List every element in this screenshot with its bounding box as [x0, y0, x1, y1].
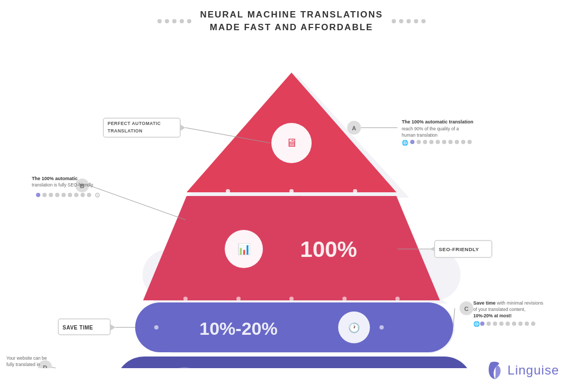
svg-point-46 — [61, 193, 66, 197]
svg-point-107 — [379, 325, 384, 329]
svg-text:TRANSLATION: TRANSLATION — [108, 128, 143, 133]
svg-point-70 — [493, 322, 497, 326]
header-dots-right — [392, 19, 426, 23]
svg-point-103 — [289, 297, 294, 301]
svg-line-79 — [52, 367, 116, 368]
svg-point-72 — [506, 322, 510, 326]
svg-point-33 — [448, 140, 453, 144]
level2-trapezoid — [143, 196, 440, 300]
svg-point-43 — [42, 193, 47, 197]
svg-point-50 — [87, 193, 91, 197]
svg-text:The 100% automatic: The 100% automatic — [32, 176, 78, 181]
svg-point-34 — [455, 140, 459, 144]
svg-text:translation is fully SEO-frien: translation is fully SEO-friendly — [32, 182, 93, 188]
svg-point-32 — [442, 140, 446, 144]
svg-point-31 — [436, 140, 440, 144]
linguise-brand-name: Linguise — [508, 363, 559, 378]
svg-point-71 — [499, 322, 504, 326]
svg-text:⚙: ⚙ — [94, 191, 101, 199]
svg-text:10%-20% at most!: 10%-20% at most! — [473, 313, 511, 318]
svg-text:🌐: 🌐 — [402, 139, 409, 146]
svg-text:PERFECT AUTOMATIC: PERFECT AUTOMATIC — [108, 121, 161, 126]
pyramid-svg: 🖥 📊 100% 🕐 10%-20% 🌐 80 Language in 15mi… — [0, 29, 583, 368]
header-dots-left — [157, 19, 191, 23]
svg-text:100%: 100% — [300, 237, 357, 262]
svg-text:📊: 📊 — [237, 243, 251, 255]
level3-bar — [135, 302, 453, 352]
svg-point-49 — [81, 193, 85, 197]
svg-text:A: A — [352, 125, 356, 131]
svg-text:🕐: 🕐 — [348, 322, 360, 334]
svg-text:fully translated in: fully translated in — [6, 362, 40, 367]
svg-text:human translation: human translation — [402, 132, 438, 138]
svg-point-75 — [525, 322, 529, 326]
svg-point-42 — [36, 193, 40, 197]
svg-point-98 — [226, 189, 230, 193]
svg-text:SAVE TIME: SAVE TIME — [63, 325, 93, 331]
svg-point-101 — [183, 297, 188, 301]
svg-text:The 100% automatic translation: The 100% automatic translation — [402, 119, 473, 124]
svg-point-48 — [74, 193, 78, 197]
svg-text:SEO-FRIENDLY: SEO-FRIENDLY — [439, 246, 479, 252]
level4-bar — [116, 357, 473, 368]
svg-point-100 — [353, 189, 357, 193]
svg-point-73 — [512, 322, 516, 326]
svg-point-36 — [467, 140, 472, 144]
svg-text:C: C — [464, 306, 469, 312]
svg-point-105 — [395, 297, 400, 301]
linguise-logo-icon — [487, 360, 504, 380]
svg-point-35 — [461, 140, 465, 144]
svg-point-68 — [480, 322, 484, 326]
svg-line-39 — [89, 185, 186, 220]
svg-point-99 — [289, 189, 294, 193]
svg-text:Save time with minimal revisio: Save time with minimal revisions — [473, 300, 544, 306]
svg-text:🌐: 🌐 — [473, 320, 480, 327]
svg-text:D: D — [43, 364, 47, 368]
svg-point-47 — [68, 193, 72, 197]
svg-text:reach 90% of the quality of a: reach 90% of the quality of a — [402, 126, 459, 131]
svg-point-45 — [55, 193, 59, 197]
svg-point-104 — [342, 297, 347, 301]
svg-point-27 — [410, 140, 414, 144]
svg-text:Your website can be: Your website can be — [6, 355, 47, 361]
svg-point-28 — [417, 140, 421, 144]
svg-point-74 — [518, 322, 523, 326]
svg-text:10%-20%: 10%-20% — [199, 318, 277, 338]
svg-marker-16 — [180, 124, 186, 131]
svg-point-102 — [236, 297, 241, 301]
svg-marker-57 — [110, 324, 116, 331]
svg-point-29 — [423, 140, 427, 144]
linguise-logo: Linguise — [487, 360, 559, 380]
svg-point-76 — [531, 322, 535, 326]
svg-point-30 — [429, 140, 434, 144]
svg-text:of your translated content,: of your translated content, — [473, 307, 525, 312]
svg-point-69 — [487, 322, 491, 326]
svg-point-106 — [154, 325, 158, 329]
svg-text:🖥: 🖥 — [286, 136, 297, 149]
svg-point-44 — [49, 193, 53, 197]
